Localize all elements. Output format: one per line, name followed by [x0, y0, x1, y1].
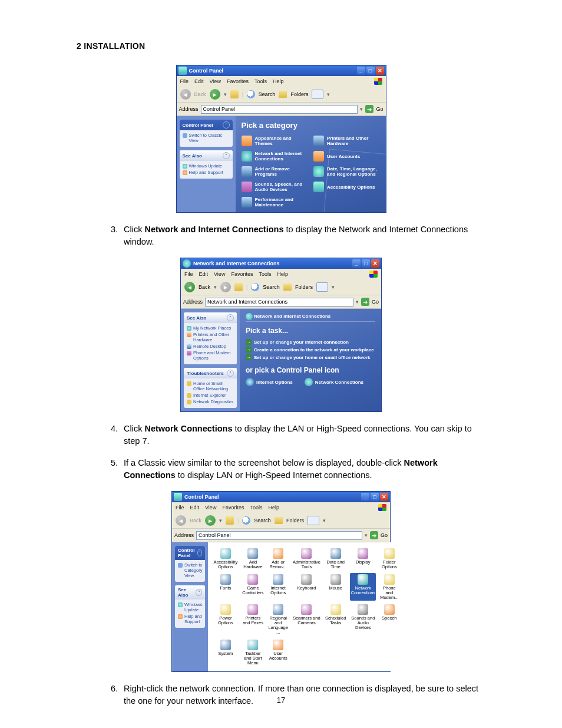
back-button[interactable]: ◄ [184, 282, 195, 292]
task-item[interactable]: Create a connection to the network at yo… [246, 346, 375, 354]
collapse-icon[interactable]: ˄ [227, 370, 234, 377]
maximize-button[interactable]: □ [371, 493, 379, 501]
forward-button[interactable]: ► [220, 282, 231, 292]
views-icon[interactable] [316, 282, 328, 292]
control-panel-item[interactable]: User Accounts [268, 638, 289, 667]
control-panel-item[interactable]: Mouse [325, 573, 346, 601]
control-panel-item[interactable]: Scheduled Tasks [325, 603, 346, 636]
control-panel-item[interactable]: Game Controllers [242, 573, 264, 601]
see-also-item[interactable]: Remote Desktop [187, 343, 234, 350]
search-label[interactable]: Search [259, 91, 276, 97]
up-directory-icon[interactable] [226, 516, 234, 525]
troubleshooter-item[interactable]: Home or Small Office Networking [187, 380, 234, 392]
see-also-item[interactable]: My Network Places [187, 325, 234, 331]
views-icon[interactable] [312, 90, 323, 99]
task-item[interactable]: Set up or change your Internet connectio… [246, 338, 375, 346]
address-input[interactable] [201, 105, 358, 114]
up-directory-icon[interactable] [234, 283, 243, 291]
forward-button[interactable]: ► [210, 89, 220, 100]
back-button[interactable]: ◄ [176, 515, 186, 526]
views-icon[interactable] [308, 516, 319, 525]
see-also-item[interactable]: Help and Support [183, 169, 230, 176]
control-panel-item[interactable]: Phone and Modem... [379, 573, 399, 601]
minimize-button[interactable]: _ [361, 493, 369, 501]
minimize-button[interactable]: _ [357, 67, 365, 75]
category-item[interactable]: Appearance and Themes [242, 136, 308, 146]
search-icon[interactable] [251, 283, 259, 291]
control-panel-item[interactable]: Fonts [213, 573, 238, 601]
menu-file[interactable]: File [180, 78, 189, 84]
category-item[interactable]: Printers and Other Hardware [313, 136, 380, 146]
close-button[interactable]: ✕ [376, 67, 384, 75]
go-button[interactable]: ➔ [365, 105, 373, 113]
control-panel-item[interactable]: Display [350, 547, 376, 571]
task-item[interactable]: Set up or change your home or small offi… [246, 354, 375, 361]
control-panel-item[interactable]: Speech [379, 603, 399, 636]
close-button[interactable]: ✕ [371, 259, 379, 268]
see-also-item[interactable]: Printers and Other Hardware [187, 331, 234, 343]
menu-edit[interactable]: Edit [194, 78, 204, 84]
control-panel-item[interactable]: Folder Options [379, 547, 399, 571]
menu-help[interactable]: Help [268, 505, 279, 510]
menu-help[interactable]: Help [277, 271, 288, 277]
menu-view[interactable]: View [210, 78, 221, 84]
close-button[interactable]: ✕ [380, 493, 388, 501]
menu-view[interactable]: View [205, 505, 216, 510]
menu-tools[interactable]: Tools [259, 271, 271, 277]
control-panel-item[interactable]: Taskbar and Start Menu [242, 638, 264, 667]
control-panel-item[interactable]: Power Options [213, 603, 238, 636]
category-item[interactable]: Sounds, Speech, and Audio Devices [242, 182, 308, 192]
maximize-button[interactable]: □ [362, 259, 370, 268]
switch-view-link[interactable]: Switch to Classic View [183, 132, 230, 144]
search-label[interactable]: Search [263, 284, 280, 290]
collapse-icon[interactable]: ˄ [223, 121, 230, 129]
search-icon[interactable] [247, 90, 255, 98]
control-panel-item[interactable]: Regional and Language ... [268, 603, 289, 636]
control-panel-item[interactable]: Printers and Faxes [242, 603, 264, 636]
collapse-icon[interactable]: ˄ [227, 314, 234, 321]
menu-edit[interactable]: Edit [199, 271, 209, 277]
menu-edit[interactable]: Edit [190, 505, 200, 510]
address-input[interactable] [196, 531, 362, 540]
forward-button[interactable]: ► [205, 515, 216, 526]
control-panel-item[interactable]: Administrative Tools [292, 547, 321, 571]
troubleshooter-item[interactable]: Network Diagnostics [187, 398, 234, 405]
category-item[interactable]: Network and Internet Connections [242, 151, 308, 162]
menu-help[interactable]: Help [273, 78, 284, 84]
menu-tools[interactable]: Tools [254, 78, 267, 84]
control-panel-item[interactable]: Internet Options [268, 573, 289, 601]
category-item[interactable]: User Accounts [313, 151, 380, 162]
folders-icon[interactable] [279, 91, 287, 98]
category-item[interactable]: Performance and Maintenance [242, 197, 308, 207]
control-panel-item[interactable]: System [213, 638, 238, 667]
menu-view[interactable]: View [214, 271, 225, 277]
internet-options-icon[interactable]: Internet Options [246, 378, 293, 386]
menu-file[interactable]: File [184, 271, 193, 277]
folders-label[interactable]: Folders [286, 518, 304, 523]
collapse-icon[interactable]: ˅ [223, 152, 230, 159]
go-button[interactable]: ➔ [370, 531, 378, 539]
address-input[interactable] [205, 298, 353, 307]
category-item[interactable]: Accessibility Options [313, 182, 380, 192]
see-also-item[interactable]: Help and Support [178, 613, 202, 625]
control-panel-item[interactable]: Add or Remov... [268, 547, 289, 571]
category-item[interactable]: Add or Remove Programs [242, 166, 308, 177]
search-icon[interactable] [242, 516, 250, 525]
control-panel-item[interactable]: Date and Time [325, 547, 346, 571]
go-button[interactable]: ➔ [361, 298, 369, 306]
collapse-icon[interactable]: ˅ [196, 589, 202, 596]
folders-icon[interactable] [275, 517, 283, 524]
control-panel-item[interactable]: Add Hardware [242, 547, 264, 571]
troubleshooter-item[interactable]: Internet Explorer [187, 392, 234, 398]
folders-label[interactable]: Folders [290, 91, 308, 97]
menu-favorites[interactable]: Favorites [222, 505, 244, 510]
control-panel-item[interactable]: Network Connections [350, 573, 376, 601]
category-item[interactable]: Date, Time, Language, and Regional Optio… [313, 166, 380, 177]
folders-label[interactable]: Folders [295, 284, 313, 290]
collapse-icon[interactable]: ˄ [197, 549, 202, 556]
maximize-button[interactable]: □ [366, 67, 375, 75]
search-label[interactable]: Search [254, 518, 271, 523]
up-directory-icon[interactable] [230, 90, 239, 98]
control-panel-item[interactable]: Sounds and Audio Devices [350, 603, 376, 636]
minimize-button[interactable]: _ [352, 259, 361, 268]
